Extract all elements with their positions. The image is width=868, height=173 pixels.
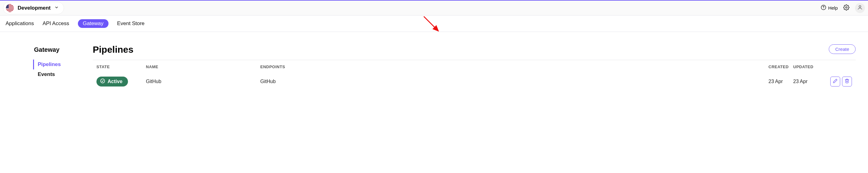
main: Pipelines Create STATE NAME ENDPOINTS CR… [93, 44, 856, 90]
state-badge: Active [96, 77, 128, 86]
page-title: Pipelines [93, 44, 133, 55]
topbar: Development Help [0, 0, 868, 16]
svg-point-11 [823, 8, 824, 9]
th-name: NAME [146, 65, 260, 69]
svg-rect-9 [6, 4, 9, 8]
sidebar-item-pipelines[interactable]: Pipelines [33, 59, 77, 70]
th-endpoints: ENDPOINTS [260, 65, 769, 69]
th-updated: UPDATED [793, 65, 827, 69]
tab-gateway[interactable]: Gateway [78, 19, 108, 28]
trash-icon [844, 78, 849, 84]
user-menu-button[interactable] [855, 3, 865, 13]
svg-point-12 [846, 6, 847, 8]
tab-applications[interactable]: Applications [6, 19, 34, 28]
tab-api-access[interactable]: API Access [43, 19, 69, 28]
pencil-icon [833, 78, 838, 84]
help-label: Help [828, 5, 838, 10]
cell-updated: 23 Apr [793, 79, 827, 84]
delete-button[interactable] [842, 77, 852, 86]
content: Gateway Pipelines Events Pipelines Creat… [0, 32, 868, 90]
help-button[interactable]: Help [821, 5, 838, 11]
svg-point-13 [859, 6, 861, 7]
svg-point-14 [100, 79, 104, 83]
create-button[interactable]: Create [829, 44, 856, 54]
flag-us-icon [6, 4, 14, 12]
th-state: STATE [96, 65, 146, 69]
svg-rect-8 [6, 11, 14, 12]
check-circle-icon [100, 78, 105, 84]
page-header: Pipelines Create [93, 44, 856, 55]
tab-event-store[interactable]: Event Store [117, 19, 145, 28]
th-actions [827, 65, 852, 69]
nav-tabs: Applications API Access Gateway Event St… [0, 16, 868, 32]
edit-button[interactable] [830, 77, 840, 86]
topbar-right: Help [821, 3, 865, 13]
cell-endpoints: GitHub [260, 79, 769, 84]
cell-actions [827, 77, 852, 86]
svg-rect-6 [6, 9, 14, 9]
environment-selector[interactable]: Development [3, 2, 64, 14]
chevron-down-icon [54, 5, 59, 11]
pipelines-table: STATE NAME ENDPOINTS CREATED UPDATED Act… [93, 60, 856, 90]
cell-created: 23 Apr [769, 79, 793, 84]
topbar-left: Development [3, 2, 64, 14]
cell-state: Active [96, 77, 146, 86]
th-created: CREATED [769, 65, 793, 69]
sidebar: Gateway Pipelines Events [34, 44, 77, 90]
environment-name: Development [18, 5, 51, 11]
help-icon [821, 5, 826, 11]
user-icon [857, 5, 863, 11]
svg-rect-7 [6, 10, 14, 11]
svg-rect-2 [6, 4, 14, 5]
gear-icon [843, 4, 849, 12]
state-label: Active [107, 79, 122, 84]
cell-name: GitHub [146, 79, 260, 84]
settings-button[interactable] [842, 4, 851, 13]
sidebar-title: Gateway [34, 46, 77, 53]
table-header: STATE NAME ENDPOINTS CREATED UPDATED [93, 60, 856, 73]
sidebar-item-events[interactable]: Events [34, 70, 77, 79]
table-row[interactable]: Active GitHub GitHub 23 Apr 23 Apr [93, 73, 856, 90]
